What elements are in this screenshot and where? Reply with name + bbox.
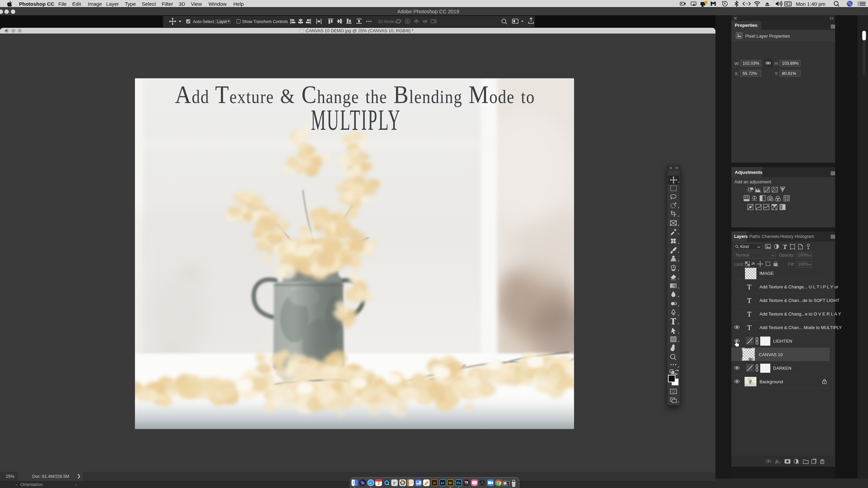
svg-text:Lr: Lr xyxy=(441,481,444,485)
svg-text:Br: Br xyxy=(449,481,452,485)
svg-text:F: F xyxy=(393,481,396,486)
svg-text:3: 3 xyxy=(378,482,380,485)
svg-text:Ps: Ps xyxy=(456,481,460,485)
svg-text:fx: fx xyxy=(775,459,779,464)
svg-text:Ai: Ai xyxy=(433,481,436,485)
